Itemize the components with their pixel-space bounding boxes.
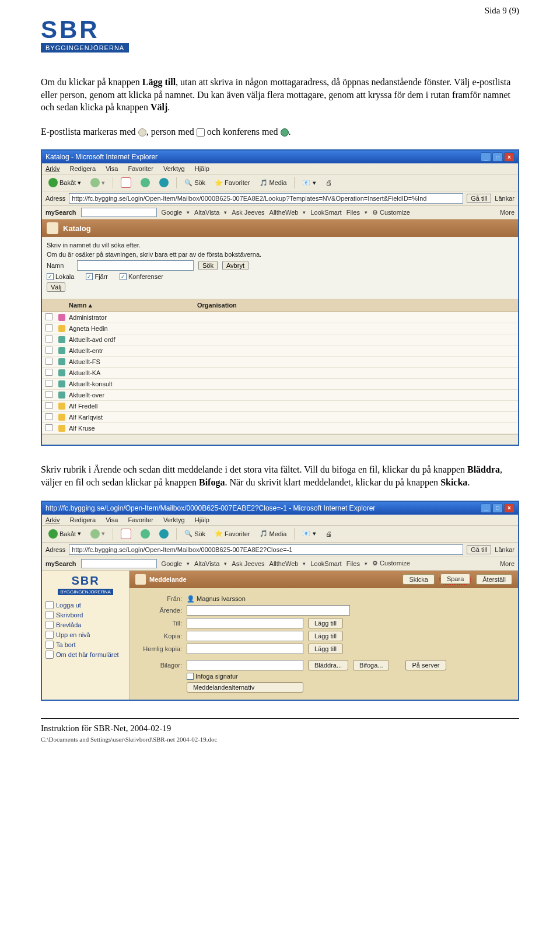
eng2-google[interactable]: Google <box>162 560 182 567</box>
subject-input[interactable] <box>187 605 350 616</box>
mail-icon[interactable]: 📧 ▾ <box>299 178 318 188</box>
minimize-button-2[interactable]: _ <box>481 504 491 513</box>
engine-askjeeves[interactable]: Ask Jeeves <box>232 209 264 216</box>
col-name[interactable]: Namn ▴ <box>69 302 197 309</box>
sidebar-skrivbord[interactable]: Skrivbord <box>46 611 125 619</box>
links-label[interactable]: Länkar <box>495 195 514 202</box>
stop-button[interactable] <box>118 176 134 189</box>
stop-button-2[interactable] <box>118 527 134 540</box>
menu2-arkiv[interactable]: Arkiv <box>46 516 60 523</box>
eng2-alltheweb[interactable]: AlltheWeb <box>270 560 299 567</box>
browse-button[interactable]: Bläddra... <box>308 660 348 670</box>
sidebar-tabort[interactable]: Ta bort <box>46 641 125 649</box>
table-row[interactable]: Aktuellt-FS <box>42 357 518 368</box>
forward-button[interactable]: ▾ <box>88 177 108 188</box>
row-checkbox[interactable] <box>46 347 52 354</box>
check-konferenser[interactable]: ✓Konferenser <box>120 273 163 280</box>
customize-link[interactable]: ⚙ Customize <box>372 209 410 216</box>
maximize-button-2[interactable]: □ <box>492 504 503 513</box>
home-button-2[interactable] <box>156 528 172 540</box>
table-row[interactable]: Aktuellt-entr <box>42 345 518 357</box>
search-button-2[interactable]: 🔍 Sök <box>181 529 208 539</box>
table-row[interactable]: Alf Fredell <box>42 401 518 412</box>
address-field[interactable]: http://fc.bygging.se/Login/Open-Item/Mai… <box>69 193 463 204</box>
engine-altavista[interactable]: AltaVista <box>194 209 219 216</box>
eng2-looksmart[interactable]: LookSmart <box>310 560 341 567</box>
table-row[interactable]: Aktuellt-over <box>42 390 518 401</box>
close-button-2[interactable]: × <box>504 504 514 513</box>
menu-visa[interactable]: Visa <box>106 165 118 172</box>
row-checkbox[interactable] <box>46 413 52 420</box>
table-row[interactable]: Aktuellt-konsult <box>42 379 518 390</box>
address-field-2[interactable]: http://fc.bygging.se/Login/Open-Item/Mai… <box>69 544 463 555</box>
table-row[interactable]: Aktuellt-avd ordf <box>42 334 518 345</box>
refresh-button-2[interactable] <box>138 528 153 540</box>
add-bcc-button[interactable]: Lägg till <box>308 644 343 654</box>
check-lokala[interactable]: ✓Lokala <box>47 273 74 280</box>
table-row[interactable]: Agneta Hedin <box>42 323 518 334</box>
table-row[interactable]: Alf Kruse <box>42 423 518 434</box>
row-checkbox[interactable] <box>46 391 52 398</box>
mail-icon-2[interactable]: 📧 ▾ <box>299 529 318 539</box>
sidebar-brevlada[interactable]: Brevlåda <box>46 621 125 629</box>
menu-arkiv[interactable]: Arkiv <box>46 165 60 172</box>
row-checkbox[interactable] <box>46 402 52 409</box>
row-checkbox[interactable] <box>46 369 52 376</box>
go-button-2[interactable]: Gå till <box>467 545 491 554</box>
engine-alltheweb[interactable]: AlltheWeb <box>270 209 299 216</box>
maximize-button[interactable]: □ <box>492 152 503 162</box>
menu2-verktyg[interactable]: Verktyg <box>163 516 185 523</box>
attach-input[interactable] <box>187 660 303 670</box>
eng2-altavista[interactable]: AltaVista <box>194 560 219 567</box>
minimize-button[interactable]: _ <box>481 152 491 162</box>
reset-button[interactable]: Återställ <box>476 574 512 585</box>
engine-files[interactable]: Files <box>346 209 360 216</box>
go-button[interactable]: Gå till <box>467 194 491 203</box>
menu-hjalp[interactable]: Hjälp <box>195 165 209 172</box>
favorites-button-2[interactable]: ⭐ Favoriter <box>212 529 253 539</box>
eng2-files[interactable]: Files <box>346 560 360 567</box>
sok-button[interactable]: Sök <box>198 261 218 270</box>
row-checkbox[interactable] <box>46 313 52 320</box>
to-input[interactable] <box>187 618 303 628</box>
sidebar-om[interactable]: Om det här formuläret <box>46 651 125 659</box>
menu2-hjalp[interactable]: Hjälp <box>195 516 209 523</box>
sidebar-loggaut[interactable]: Logga ut <box>46 601 125 609</box>
attach-button[interactable]: Bifoga... <box>353 660 389 670</box>
search-button[interactable]: 🔍 Sök <box>181 178 208 188</box>
table-row[interactable]: Aktuellt-KA <box>42 368 518 379</box>
home-button[interactable] <box>156 177 172 188</box>
media-button[interactable]: 🎵 Media <box>257 178 290 188</box>
table-row[interactable]: Alf Karlqvist <box>42 412 518 423</box>
signature-checkbox[interactable]: Infoga signatur <box>187 673 238 680</box>
back-button-2[interactable]: Bakåt ▾ <box>46 528 84 540</box>
refresh-button[interactable] <box>138 177 153 188</box>
menu-redigera[interactable]: Redigera <box>70 165 96 172</box>
sidebar-upp[interactable]: Upp en nivå <box>46 631 125 639</box>
bcc-input[interactable] <box>187 644 303 654</box>
print-icon-2[interactable]: 🖨 <box>323 529 335 539</box>
engine-google[interactable]: Google <box>162 209 182 216</box>
search-input[interactable] <box>81 208 157 217</box>
menu2-favoriter[interactable]: Favoriter <box>128 516 153 523</box>
row-checkbox[interactable] <box>46 380 52 387</box>
menu2-visa[interactable]: Visa <box>106 516 118 523</box>
row-checkbox[interactable] <box>46 324 52 331</box>
add-cc-button[interactable]: Lägg till <box>308 631 343 641</box>
eng2-ask[interactable]: Ask Jeeves <box>232 560 264 567</box>
send-button[interactable]: Skicka <box>402 574 434 585</box>
valj-button[interactable]: Välj <box>47 282 65 292</box>
forward-button-2[interactable]: ▾ <box>88 528 108 540</box>
check-fjarr[interactable]: ✓Fjärr <box>86 273 108 280</box>
msg-alternatives-button[interactable]: Meddelandealternativ <box>187 682 303 693</box>
print-icon[interactable]: 🖨 <box>323 178 335 187</box>
cc-input[interactable] <box>187 631 303 641</box>
table-row[interactable]: Administrator <box>42 312 518 323</box>
col-organisation[interactable]: Organisation <box>197 302 514 309</box>
onserver-button[interactable]: På server <box>405 660 446 670</box>
links-label-2[interactable]: Länkar <box>495 546 514 553</box>
more-link[interactable]: More <box>500 209 514 216</box>
menu-verktyg[interactable]: Verktyg <box>163 165 185 172</box>
search-input-2[interactable] <box>81 559 157 568</box>
add-to-button[interactable]: Lägg till <box>308 618 343 628</box>
